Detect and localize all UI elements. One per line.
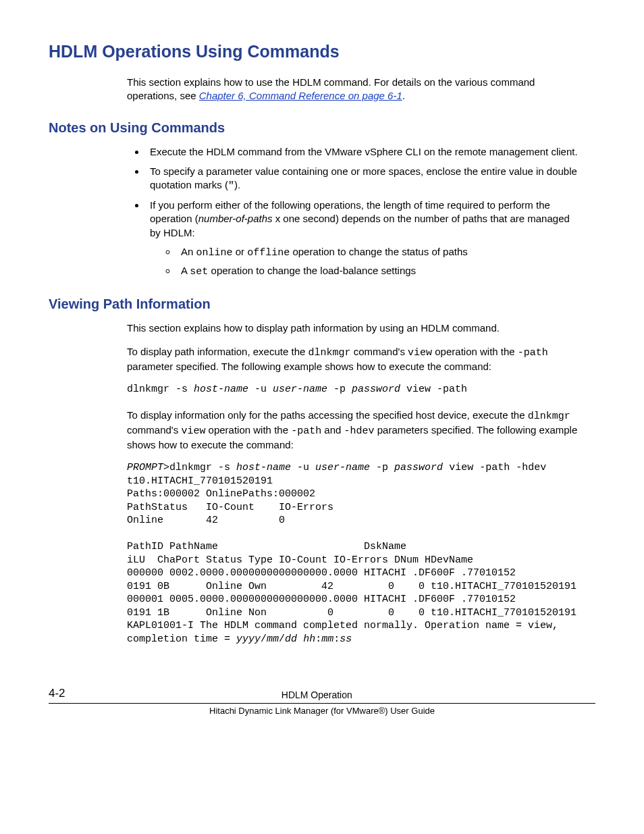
placeholder: password	[352, 384, 400, 395]
code: -p	[370, 462, 394, 473]
placeholder: user-name	[273, 384, 327, 395]
text: An	[181, 246, 196, 257]
output-line: PathID PathName DskName	[127, 541, 425, 552]
text: command's	[127, 424, 181, 436]
list-item: An online or offline operation to change…	[177, 245, 582, 260]
output-line: 000000 0002.0000.0000000000000000.0000 H…	[127, 567, 534, 579]
code: -u	[291, 462, 315, 473]
command-reference-link[interactable]: Chapter 6, Command Reference on page 6-1	[199, 90, 402, 101]
code: -path	[518, 347, 548, 359]
text: or	[233, 246, 248, 257]
list-item: If you perform either of the following o…	[146, 199, 582, 279]
code: set	[190, 266, 208, 278]
quote-char: "	[228, 180, 234, 192]
text: operation to change the status of paths	[290, 246, 468, 257]
code: view	[181, 425, 205, 437]
placeholder: host-name	[194, 384, 248, 395]
text: operation to change the load-balance set…	[208, 265, 416, 276]
text	[297, 633, 303, 645]
text: :	[315, 633, 321, 645]
output-line: 0191 0B Online Own 42 0 0 t10.HITACHI_77…	[127, 581, 576, 592]
intro-paragraph: This section explains how to use the HDL…	[127, 76, 582, 103]
text: operation with the	[432, 346, 518, 357]
command-output: PROMPT>dlnkmgr -s host-name -u user-name…	[127, 461, 582, 646]
list-item: To specify a parameter value containing …	[146, 165, 582, 194]
text: parameter specified. The following examp…	[127, 361, 491, 372]
code: dlnkmgr	[308, 347, 351, 359]
code: dlnkmgr	[528, 411, 570, 422]
text: ).	[234, 179, 240, 190]
code: dlnkmgr -s	[127, 384, 194, 395]
code: -hdev	[344, 425, 375, 437]
page-footer: 4-2 HDLM Operation Hitachi Dynamic Link …	[49, 686, 595, 716]
text: To display information only for the path…	[127, 409, 528, 421]
code: -path	[291, 425, 321, 437]
output-line: Online 42 0	[127, 515, 285, 526]
placeholder: mm	[267, 633, 279, 645]
sub-list: An online or offline operation to change…	[150, 245, 582, 280]
output-line: 000001 0005.0000.0000000000000000.0000 H…	[127, 594, 534, 605]
text: and	[321, 424, 344, 436]
code: >dlnkmgr -s	[163, 462, 236, 473]
code: view	[408, 347, 432, 359]
text: /	[279, 633, 285, 645]
code: view -path	[400, 384, 467, 395]
placeholder: dd	[285, 633, 297, 645]
text: /	[261, 633, 267, 645]
list-item: A set operation to change the load-balan…	[177, 264, 582, 279]
placeholder: hh	[303, 633, 315, 645]
text: To display path information, execute the	[127, 346, 308, 357]
placeholder: user-name	[315, 462, 370, 473]
placeholder: yyyy	[236, 633, 261, 645]
page-number: 4-2	[49, 686, 65, 702]
output-line: iLU ChaPort Status Type IO-Count IO-Erro…	[127, 554, 473, 566]
output-line: 0191 1B Online Non 0 0 0 t10.HITACHI_770…	[127, 607, 576, 619]
emphasis: number-of-paths	[198, 213, 273, 224]
placeholder: mm	[321, 633, 333, 645]
intro-text-post: .	[402, 90, 405, 101]
list-item: Execute the HDLM command from the VMware…	[146, 145, 582, 159]
text: operation with the	[205, 424, 291, 436]
text: :	[333, 633, 340, 645]
notes-list: Execute the HDLM command from the VMware…	[127, 145, 582, 279]
notes-heading: Notes on Using Commands	[49, 119, 595, 137]
footer-subtitle: Hitachi Dynamic Link Manager (for VMware…	[49, 705, 595, 717]
text: command's	[351, 346, 408, 357]
placeholder: ss	[340, 633, 352, 645]
output-line: Paths:000002 OnlinePaths:000002	[127, 488, 315, 500]
placeholder: password	[394, 462, 443, 473]
command-example-1: dlnkmgr -s host-name -u user-name -p pas…	[127, 383, 582, 396]
view-p2: To display path information, execute the…	[127, 345, 582, 374]
code: online	[196, 247, 233, 259]
code: -u	[248, 384, 273, 395]
viewing-heading: Viewing Path Information	[49, 295, 595, 313]
code: offline	[247, 247, 290, 259]
text: To specify a parameter value containing …	[150, 165, 577, 190]
page-heading: HDLM Operations Using Commands	[49, 41, 595, 63]
code: -p	[327, 384, 352, 395]
output-line: PathStatus IO-Count IO-Errors	[127, 502, 333, 513]
view-p3: To display information only for the path…	[127, 409, 582, 452]
placeholder: host-name	[236, 462, 291, 473]
prompt: PROMPT	[127, 462, 163, 473]
footer-title: HDLM Operation	[65, 689, 568, 702]
view-p1: This section explains how to display pat…	[127, 321, 582, 335]
text: A	[181, 265, 190, 276]
